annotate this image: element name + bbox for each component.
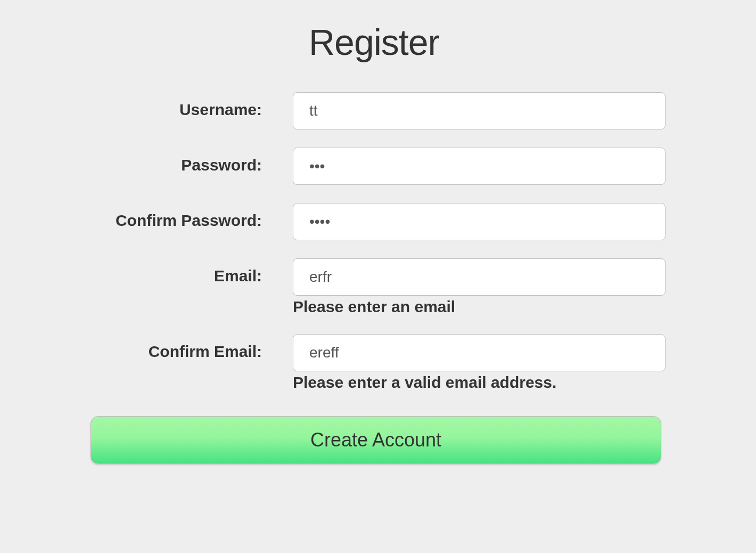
email-error: Please enter an email: [293, 298, 671, 316]
confirm-email-input-col: Please enter a valid email address.: [293, 334, 671, 392]
username-input-col: [293, 92, 671, 129]
submit-row: Create Account: [85, 416, 671, 464]
username-input[interactable]: [293, 92, 665, 129]
confirm-email-error: Please enter a valid email address.: [293, 373, 671, 392]
username-label: Username:: [85, 92, 293, 119]
confirm-password-input-col: [293, 203, 671, 240]
confirm-email-label: Confirm Email:: [85, 334, 293, 361]
email-label: Email:: [85, 258, 293, 285]
username-row: Username:: [85, 92, 671, 129]
confirm-password-row: Confirm Password:: [85, 203, 671, 240]
password-row: Password:: [85, 148, 671, 185]
password-label: Password:: [85, 148, 293, 174]
email-input-col: Please enter an email: [293, 258, 671, 316]
email-input[interactable]: [293, 258, 665, 296]
confirm-password-label: Confirm Password:: [85, 203, 293, 230]
confirm-password-input[interactable]: [293, 203, 665, 240]
password-input-col: [293, 148, 671, 185]
confirm-email-input[interactable]: [293, 334, 665, 371]
password-input[interactable]: [293, 148, 665, 185]
page-title: Register: [309, 21, 671, 63]
confirm-email-row: Confirm Email: Please enter a valid emai…: [85, 334, 671, 392]
create-account-button[interactable]: Create Account: [91, 416, 661, 464]
email-row: Email: Please enter an email: [85, 258, 671, 316]
register-form: Register Username: Password: Confirm Pas…: [85, 21, 671, 464]
